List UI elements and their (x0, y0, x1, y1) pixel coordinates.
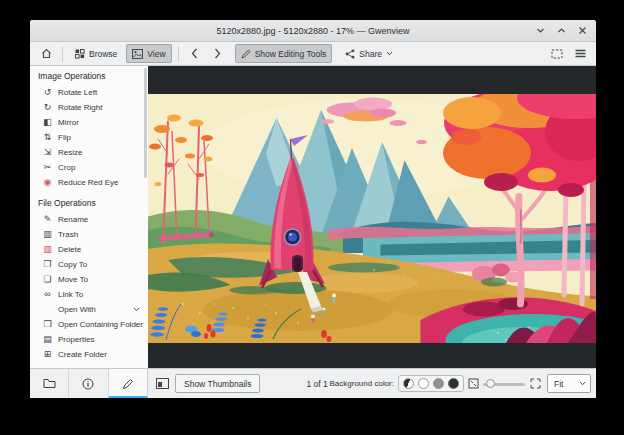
sidebar-item-reduce-red-eye[interactable]: ◉ Reduce Red Eye (30, 175, 148, 190)
swatch-black-button[interactable] (448, 378, 459, 389)
sidebar-item-copy-to[interactable]: ❐ Copy To (30, 257, 148, 272)
file-operations-title: File Operations (30, 196, 148, 212)
swatch-auto-button[interactable] (403, 378, 414, 389)
back-button[interactable] (185, 44, 205, 63)
sidebar-item-link-to[interactable]: ∞ Link To (30, 287, 148, 302)
sidebar-item-rename[interactable]: ✎ Rename (30, 212, 148, 227)
chevron-down-icon (133, 307, 140, 312)
zoom-fit-button[interactable] (466, 374, 480, 393)
titlebar[interactable]: 5120x2880.jpg - 5120x2880 - 17% — Gwenvi… (30, 20, 596, 42)
file-operations-list-top: ✎ Rename ▥ Trash ▥ Delete ❐ (30, 212, 148, 302)
zoom-slider-handle[interactable] (486, 379, 495, 388)
thumbnail-bar-icon (156, 378, 169, 389)
pencil-icon (241, 49, 251, 59)
sidebar-item-resize[interactable]: ⇲ Resize (30, 145, 148, 160)
red-eye-icon: ◉ (42, 178, 53, 187)
operations-sidebar: Image Operations ↺ Rotate Left ↻ Rotate … (30, 66, 148, 368)
main-toolbar: Browse View Show Editing Tools (30, 42, 596, 66)
rotate-left-icon: ↺ (42, 88, 53, 97)
minimize-icon[interactable] (535, 25, 546, 36)
browse-button[interactable]: Browse (69, 44, 123, 63)
toolbar-separator (178, 46, 179, 62)
sidebar-item-open-with[interactable]: Open With (30, 302, 148, 317)
toolbar-separator (62, 46, 63, 62)
share-button[interactable]: Share (339, 44, 399, 63)
statusbar: Show Thumbnails 1 of 1 Background color: (30, 368, 596, 398)
rotate-right-icon: ↻ (42, 103, 53, 112)
show-editing-tools-button[interactable]: Show Editing Tools (235, 44, 333, 63)
show-thumbnails-button[interactable]: Show Thumbnails (175, 374, 260, 393)
tab-information[interactable] (69, 369, 108, 398)
chevron-down-icon (386, 51, 393, 56)
background-color-swatches (398, 375, 464, 392)
sidebar-item-trash[interactable]: ▥ Trash (30, 227, 148, 242)
sidebar-item-rotate-right[interactable]: ↻ Rotate Right (30, 100, 148, 115)
sidebar-item-rotate-left[interactable]: ↺ Rotate Left (30, 85, 148, 100)
zoom-actual-icon (530, 378, 541, 389)
folder-icon (43, 378, 56, 389)
link-icon: ∞ (42, 290, 53, 299)
zoom-fit-icon (468, 378, 479, 389)
zoom-actual-size-button[interactable] (528, 374, 542, 393)
trash-icon: ▥ (42, 230, 53, 239)
crop-icon: ✂ (42, 163, 53, 172)
resize-icon: ⇲ (42, 148, 53, 157)
image-operations-title: Image Operations (30, 69, 148, 85)
rename-icon: ✎ (42, 215, 53, 224)
gwenview-window: 5120x2880.jpg - 5120x2880 - 17% — Gwenvi… (30, 20, 596, 398)
browse-grid-icon (75, 49, 85, 59)
share-icon (345, 49, 355, 59)
close-icon[interactable] (577, 25, 588, 36)
page-indicator: 1 of 1 (306, 379, 327, 389)
fullscreen-button[interactable] (547, 44, 567, 63)
forward-button[interactable] (208, 44, 228, 63)
zoom-slider[interactable] (483, 374, 525, 393)
sidebar-tabs (30, 369, 148, 398)
sidebar-item-move-to[interactable]: ❏ Move To (30, 272, 148, 287)
window-title: 5120x2880.jpg - 5120x2880 - 17% — Gwenvi… (216, 26, 409, 36)
maximize-icon[interactable] (556, 25, 567, 36)
info-icon (82, 378, 94, 390)
tab-operations[interactable] (109, 369, 147, 398)
image-operations-list: ↺ Rotate Left ↻ Rotate Right ◧ Mirror (30, 85, 148, 190)
move-icon: ❏ (42, 275, 53, 284)
tab-folders[interactable] (30, 369, 69, 398)
sidebar-item-flip[interactable]: ⇅ Flip (30, 130, 148, 145)
sidebar-item-crop[interactable]: ✂ Crop (30, 160, 148, 175)
hamburger-menu-button[interactable] (570, 44, 590, 63)
mirror-icon: ◧ (42, 118, 53, 127)
swatch-white-button[interactable] (418, 378, 429, 389)
view-image-icon (132, 49, 143, 59)
folder-new-icon: ⊞ (42, 350, 53, 359)
status-controls: Show Thumbnails 1 of 1 Background color: (148, 369, 596, 398)
sidebar-item-open-containing-folder[interactable]: ❒ Open Containing Folder (30, 317, 148, 332)
sidebar-item-delete[interactable]: ▥ Delete (30, 242, 148, 257)
home-button[interactable] (36, 44, 56, 63)
thumbnail-bar-toggle-button[interactable] (153, 374, 171, 393)
sidebar-item-properties[interactable]: ▤ Properties (30, 332, 148, 347)
rocket-illustration (148, 94, 596, 343)
chevron-down-icon (579, 381, 586, 386)
copy-icon: ❐ (42, 260, 53, 269)
sidebar-scrollbar[interactable] (144, 68, 147, 178)
folder-open-icon: ❒ (42, 320, 53, 329)
properties-icon: ▤ (42, 335, 53, 344)
pencil-icon (122, 378, 134, 390)
swatch-gray-button[interactable] (433, 378, 444, 389)
zoom-mode-dropdown[interactable]: Fit (547, 374, 591, 393)
sidebar-item-mirror[interactable]: ◧ Mirror (30, 115, 148, 130)
sidebar-item-create-folder[interactable]: ⊞ Create Folder (30, 347, 148, 362)
file-operations-list-bottom: ❒ Open Containing Folder ▤ Properties ⊞ … (30, 317, 148, 362)
background-color-label: Background color: (330, 379, 394, 388)
flip-icon: ⇅ (42, 133, 53, 142)
delete-icon: ▥ (42, 245, 53, 254)
view-button[interactable]: View (126, 44, 171, 63)
image-view-canvas[interactable] (148, 66, 596, 368)
